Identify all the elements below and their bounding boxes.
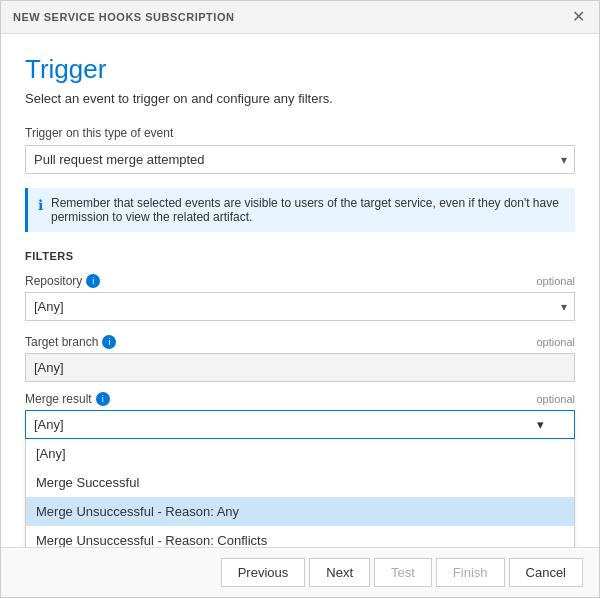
merge-result-label: Merge result i <box>25 392 110 406</box>
target-branch-info-icon[interactable]: i <box>102 335 116 349</box>
target-branch-filter: Target branch i optional <box>25 335 575 382</box>
repository-optional: optional <box>536 275 575 287</box>
merge-result-info-icon[interactable]: i <box>96 392 110 406</box>
target-branch-input[interactable] <box>25 353 575 382</box>
page-title: Trigger <box>25 54 575 85</box>
target-branch-optional: optional <box>536 336 575 348</box>
repository-dropdown-wrapper: [Any] ▾ <box>25 292 575 321</box>
repository-label: Repository i <box>25 274 100 288</box>
merge-result-dropdown-display[interactable]: [Any] ▾ <box>25 410 575 439</box>
test-button[interactable]: Test <box>374 558 432 587</box>
dialog-title: NEW SERVICE HOOKS SUBSCRIPTION <box>13 11 234 23</box>
repository-filter: Repository i optional [Any] ▾ <box>25 274 575 321</box>
dialog-footer: Previous Next Test Finish Cancel <box>1 547 599 597</box>
filters-heading: FILTERS <box>25 250 575 262</box>
list-item[interactable]: Merge Unsuccessful - Reason: Conflicts <box>26 526 574 547</box>
info-message: Remember that selected events are visibl… <box>51 196 565 224</box>
merge-result-label-row: Merge result i optional <box>25 392 575 406</box>
merge-result-filter: Merge result i optional [Any] ▾ [Any] Me… <box>25 392 575 439</box>
next-button[interactable]: Next <box>309 558 370 587</box>
target-branch-label: Target branch i <box>25 335 116 349</box>
info-box: ℹ Remember that selected events are visi… <box>25 188 575 232</box>
merge-result-dropdown-list: [Any] Merge Successful Merge Unsuccessfu… <box>25 439 575 547</box>
previous-button[interactable]: Previous <box>221 558 306 587</box>
list-item[interactable]: [Any] <box>26 439 574 468</box>
titlebar: NEW SERVICE HOOKS SUBSCRIPTION ✕ <box>1 1 599 34</box>
info-icon: ℹ <box>38 197 43 213</box>
target-branch-label-row: Target branch i optional <box>25 335 575 349</box>
finish-button[interactable]: Finish <box>436 558 505 587</box>
repository-info-icon[interactable]: i <box>86 274 100 288</box>
repository-dropdown[interactable]: [Any] <box>25 292 575 321</box>
merge-result-optional: optional <box>536 393 575 405</box>
trigger-dropdown-wrapper: Pull request merge attempted ▾ <box>25 145 575 174</box>
merge-result-dropdown-open: [Any] ▾ [Any] Merge Successful Merge Uns… <box>25 410 575 439</box>
trigger-field-label: Trigger on this type of event <box>25 126 575 140</box>
close-button[interactable]: ✕ <box>570 9 587 25</box>
list-item[interactable]: Merge Successful <box>26 468 574 497</box>
repository-label-row: Repository i optional <box>25 274 575 288</box>
cancel-button[interactable]: Cancel <box>509 558 583 587</box>
dialog: NEW SERVICE HOOKS SUBSCRIPTION ✕ Trigger… <box>0 0 600 598</box>
trigger-dropdown[interactable]: Pull request merge attempted <box>25 145 575 174</box>
merge-result-arrow-icon: ▾ <box>537 417 544 432</box>
merge-result-selected: [Any] <box>34 417 64 432</box>
dialog-content: Trigger Select an event to trigger on an… <box>1 34 599 547</box>
list-item[interactable]: Merge Unsuccessful - Reason: Any <box>26 497 574 526</box>
page-subtitle: Select an event to trigger on and config… <box>25 91 575 106</box>
